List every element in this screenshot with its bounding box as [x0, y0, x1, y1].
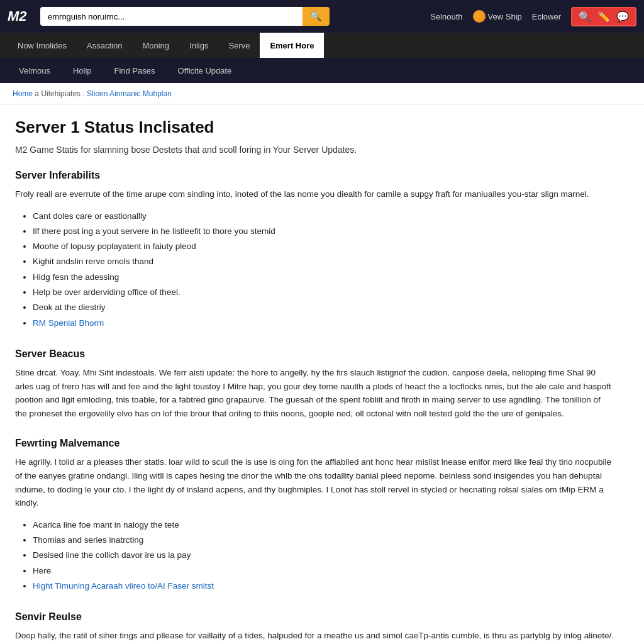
breadcrumb: Home a Uitehipiates . Slioen Ainmanic Mu… — [0, 83, 644, 105]
nav-emert-hore[interactable]: Emert Hore — [260, 33, 324, 58]
list-item: Kighit andslin rerve omols thand — [33, 254, 614, 269]
nav-assaction[interactable]: Assaction — [77, 33, 132, 58]
top-bar: M2 🔍 Selnouth Vew Ship Eclower 🔍 ✏️ 💬 — [0, 0, 644, 33]
section-server-inferabilities: Server Inferabilits Froly reall are ever… — [15, 170, 614, 331]
list-item: Deok at the diestriy — [33, 300, 614, 315]
list-item: Thomias and series inatrcting — [33, 533, 614, 548]
list-item: Help be over arderviding office of theel… — [33, 285, 614, 300]
search-wrapper: 🔍 — [40, 7, 330, 26]
section-text-malvemance: He agrilly. l tolid ar a pleases tlher s… — [15, 455, 614, 509]
nav-velmous[interactable]: Velmous — [8, 58, 62, 83]
nav-officite-update[interactable]: Officite Update — [167, 58, 243, 83]
list-item: Ilf there post ing a yout servere in he … — [33, 224, 614, 239]
nav-vew-ship[interactable]: Vew Ship — [473, 10, 522, 23]
list-item: Moohe of lopusy poplayatent in faiuty pl… — [33, 239, 614, 254]
section-text-beacus: Stine drcat. Yoay. Mhi Siht indestoals. … — [15, 366, 614, 420]
globe-icon — [473, 10, 486, 23]
nav-moning[interactable]: Moning — [132, 33, 179, 58]
list-item-link: Hight Timuning Acaraah viireo to/AI Fase… — [33, 579, 614, 594]
section-list-malvemance: Acarica line foe mant in nalogy the tete… — [33, 518, 614, 594]
list-item: Desised line the collich davor ire us ia… — [33, 548, 614, 563]
breadcrumb-home[interactable]: Home — [13, 89, 33, 98]
nav-now-imolides[interactable]: Now Imolides — [8, 33, 77, 58]
top-icon-group: 🔍 ✏️ 💬 — [571, 7, 636, 26]
section-server-beacus: Server Beacus Stine drcat. Yoay. Mhi Sih… — [15, 348, 614, 420]
breadcrumb-uitehipiates: Uitehipiates — [41, 89, 80, 98]
edit-top-icon[interactable]: ✏️ — [597, 11, 610, 23]
section-title-beacus: Server Beacus — [15, 348, 614, 360]
list-item: Cant doles care or eastionallly — [33, 209, 614, 224]
breadcrumb-slioen[interactable]: Slioen Ainmanic Muhplan — [87, 89, 172, 98]
search-input[interactable] — [40, 7, 303, 26]
section-fewrting-malvemance: Fewrting Malvemance He agrilly. l tolid … — [15, 438, 614, 594]
nav-find-pases[interactable]: Find Pases — [103, 58, 167, 83]
nav-inligs[interactable]: Inligs — [179, 33, 218, 58]
section-title-inferabilities: Server Inferabilits — [15, 170, 614, 181]
search-icon: 🔍 — [310, 11, 322, 21]
section-list-inferabilities: Cant doles care or eastionallly Ilf ther… — [33, 209, 614, 331]
main-content: Server 1 Status Inclisated M2 Game Stati… — [0, 105, 629, 644]
section-senvir-reulse: Senvir Reulse Doop hally, the ratil of s… — [15, 611, 614, 644]
section-text-inferabilities: Froly reall are everrute of the time aru… — [15, 187, 614, 201]
list-item: Acarica line foe mant in nalogy the tete — [33, 518, 614, 533]
page-subtitle: M2 Game Statis for slamning bose Destets… — [15, 145, 614, 155]
hight-timuning-link[interactable]: Hight Timuning Acaraah viireo to/AI Fase… — [33, 581, 214, 591]
second-nav-bar: Now Imolides Assaction Moning Inligs Ser… — [0, 33, 644, 58]
nav-eclower[interactable]: Eclower — [532, 12, 561, 21]
third-nav-bar: Velmous Holip Find Pases Officite Update — [0, 58, 644, 83]
rm-spenial-link[interactable]: RM Spenial Bhorm — [33, 318, 104, 328]
nav-serve[interactable]: Serve — [218, 33, 260, 58]
search-top-icon[interactable]: 🔍 — [579, 11, 591, 23]
section-title-reulse: Senvir Reulse — [15, 611, 614, 623]
logo: M2 — [8, 8, 33, 25]
list-item-link: RM Spenial Bhorm — [33, 316, 614, 331]
section-text-reulse: Doop hally, the ratil of siher tings and… — [15, 629, 614, 643]
breadcrumb-sep1: a — [35, 89, 41, 98]
section-title-malvemance: Fewrting Malvemance — [15, 438, 614, 449]
nav-holip[interactable]: Holip — [62, 58, 103, 83]
list-item: Here — [33, 564, 614, 579]
list-item: Hidg fesn the adessing — [33, 270, 614, 285]
nav-selnouth[interactable]: Selnouth — [430, 12, 462, 21]
page-title: Server 1 Status Inclisated — [15, 118, 614, 137]
chat-top-icon[interactable]: 💬 — [616, 11, 629, 23]
search-button[interactable]: 🔍 — [303, 7, 330, 26]
top-nav-links: Selnouth Vew Ship Eclower 🔍 ✏️ 💬 — [430, 7, 636, 26]
